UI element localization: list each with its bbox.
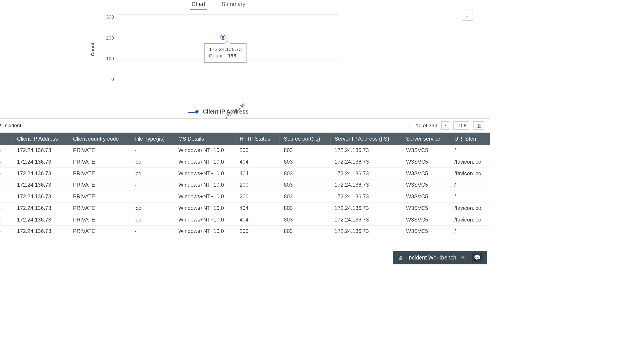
cell: 172.24.136.73 [13, 214, 69, 226]
cell: 2024-05-09 12:54:46 [0, 168, 13, 179]
cell: PRIVATE [69, 168, 130, 179]
table-row[interactable]: 2024-05-09 13:47:05172.24.136.73PRIVATEi… [0, 156, 490, 168]
cell: 2024-05-09 11:47:44 [0, 202, 13, 214]
incident-button[interactable]: ⚑Incident [0, 121, 25, 130]
table-row[interactable]: 2024-05-09 10:48:31172.24.136.73PRIVATEi… [0, 214, 490, 226]
chart-tab[interactable]: Chart [190, 0, 207, 10]
data-point[interactable] [221, 35, 225, 39]
col-header[interactable]: Server service [402, 133, 450, 145]
cell: 172.24.136.73 [330, 145, 402, 156]
cell: PRIVATE [69, 214, 130, 226]
cell: Windows+NT+10.0 [174, 214, 236, 226]
col-header[interactable]: Time ▼ [0, 133, 13, 145]
cell: W3SVC5 [402, 179, 450, 191]
cell: Windows+NT+10.0 [174, 145, 236, 156]
col-header[interactable]: Client IP Address [13, 133, 69, 145]
cell: 172.24.136.73 [13, 191, 69, 203]
table-row[interactable]: 2024-05-09 10:48:23172.24.136.73PRIVATE-… [0, 226, 490, 237]
cell: PRIVATE [69, 145, 130, 156]
next-page-button[interactable]: › [442, 121, 449, 130]
column-settings-button[interactable]: ▥ [474, 121, 484, 130]
table-row[interactable]: 2024-05-09 12:54:46172.24.136.73PRIVATEi… [0, 168, 490, 179]
cell: 404 [235, 156, 280, 168]
workbench-label: Incident Workbench [407, 254, 456, 261]
chart-view-tabs: Chart Summary [0, 0, 478, 10]
cell: Windows+NT+10.0 [174, 202, 236, 214]
cell: 404 [235, 214, 280, 226]
col-header[interactable]: Client country code [69, 133, 130, 145]
cell: 172.24.136.73 [330, 179, 402, 191]
cell: W3SVC5 [402, 202, 450, 214]
cell: W3SVC5 [402, 214, 450, 226]
cell: 404 [235, 168, 280, 179]
chat-icon[interactable]: 💬 [472, 254, 482, 262]
gridline [116, 83, 338, 83]
cell: 2024-05-09 13:47:05 [0, 145, 13, 156]
cell: PRIVATE [69, 226, 130, 237]
cell: 172.24.136.73 [13, 226, 69, 237]
cell: 803 [280, 179, 330, 191]
incident-icon: ⚑ [0, 122, 2, 128]
cell: / [450, 191, 490, 203]
col-header[interactable]: OS Details [174, 133, 236, 145]
cell: 2024-05-09 12:54:37 [0, 179, 13, 191]
cell: W3SVC5 [402, 226, 450, 237]
cell: 172.24.136.73 [13, 168, 69, 179]
cell: / [450, 179, 490, 191]
incident-workbench-panel[interactable]: 🖥 Incident Workbench ✕ 💬 [393, 251, 487, 264]
cell: 404 [235, 202, 280, 214]
cell: PRIVATE [69, 202, 130, 214]
y-axis: 3002001000 [98, 12, 116, 90]
cell: 172.24.136.73 [13, 179, 69, 191]
incident-label: Incident [3, 122, 21, 128]
summary-tab[interactable]: Summary [220, 0, 247, 10]
col-header[interactable]: HTTP Status [235, 133, 280, 145]
table-toolbar: ▦ ≡ ⚑Incident 1 - 10 of 364 › 10 ▾ ▥ [0, 118, 490, 133]
cell: PRIVATE [69, 191, 130, 203]
col-header[interactable]: File Type(iis) [130, 133, 174, 145]
cell: 803 [280, 168, 330, 179]
cell: /favicon.ico [450, 168, 490, 179]
cell: 172.24.136.73 [330, 168, 402, 179]
cell: W3SVC5 [402, 156, 450, 168]
cell: Windows+NT+10.0 [174, 179, 236, 191]
cell: W3SVC5 [402, 168, 450, 179]
cell: PRIVATE [69, 156, 130, 168]
chart-area: Chart Summary ⌄ Count 3002001000 172.24.… [0, 0, 490, 118]
table-row[interactable]: 2024-05-09 11:47:44172.24.136.73PRIVATEi… [0, 202, 490, 214]
cell: /favicon.ico [450, 156, 490, 168]
table-row[interactable]: 2024-05-09 12:54:37172.24.136.73PRIVATE-… [0, 179, 490, 191]
cell: - [130, 179, 174, 191]
chart: Count 3002001000 172.24.136.73Count：1981… [98, 12, 338, 90]
table-row[interactable]: 2024-05-09 13:47:05172.24.136.73PRIVATE-… [0, 145, 490, 156]
cell: W3SVC5 [402, 191, 450, 203]
cell: ico [130, 202, 174, 214]
cell: /favicon.ico [450, 214, 490, 226]
col-header[interactable]: URI Stem [450, 133, 490, 145]
col-header[interactable]: Source port(iis) [280, 133, 330, 145]
y-axis-label: Count [90, 42, 95, 56]
cell: ico [130, 156, 174, 168]
plot-area: 172.24.136.73Count：198172.24.136... [116, 12, 338, 90]
cell: 172.24.136.73 [330, 202, 402, 214]
table-row[interactable]: 2024-05-09 11:47:44172.24.136.73PRIVATE-… [0, 191, 490, 203]
table-scroll[interactable]: Time ▼Client IP AddressClient country co… [0, 133, 490, 264]
cell: PRIVATE [69, 179, 130, 191]
page-size-select[interactable]: 10 ▾ [454, 121, 469, 130]
cell: / [450, 226, 490, 237]
cell: 803 [280, 145, 330, 156]
cell: 803 [280, 202, 330, 214]
cell: ico [130, 168, 174, 179]
cell: / [450, 145, 490, 156]
cell: 172.24.136.73 [13, 156, 69, 168]
col-header[interactable]: Server IP Address (IIS) [330, 133, 402, 145]
cell: ico [130, 214, 174, 226]
cell: 172.24.136.73 [330, 214, 402, 226]
cell: Windows+NT+10.0 [174, 191, 236, 203]
main: IIS Server Overview Export as▼ 🖶 ⏰Schedu… [0, 0, 490, 264]
close-icon[interactable]: ✕ [461, 254, 465, 261]
cell: 172.24.136.73 [13, 202, 69, 214]
cell: Windows+NT+10.0 [174, 156, 236, 168]
y-tick: 100 [106, 56, 114, 61]
cell: /favicon.ico [450, 202, 490, 214]
